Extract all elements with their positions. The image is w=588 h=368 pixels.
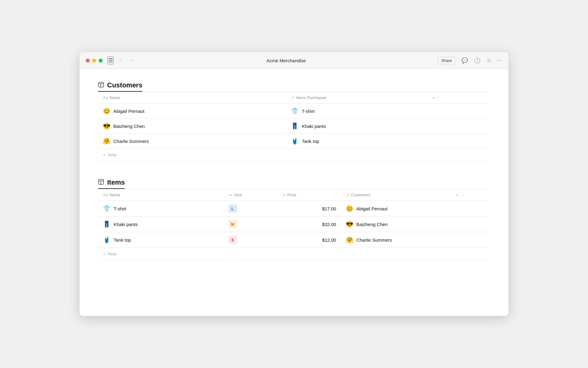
customer-avatar: 😎 [346,220,353,228]
items-customers-col: ↗ Customers [341,189,451,201]
customer-extra-cell [427,104,490,119]
items-add-row-plus-icon: + [103,251,105,256]
item-size-cell[interactable]: M [224,217,278,232]
item-name-cell[interactable]: 🩱 Tank top [98,232,224,248]
item-name: T-shirt [302,109,315,114]
item-customer-cell[interactable]: 😊 Abigail Pernaut [341,201,451,217]
items-add-col[interactable]: + ··· [451,189,490,201]
star-icon[interactable]: ☆ [486,57,492,64]
customer-name: Baizheng Chen [113,124,145,129]
items-row: 👕 T-shirt L $17.00 😊 Abigail Pernaut [98,201,490,217]
customer-avatar: 🤗 [103,137,110,145]
customers-relation-icon: ↗ [346,193,349,197]
name-type-icon: Aa [103,95,108,100]
items-new-label: New [108,251,116,256]
item-price-cell[interactable]: $32.00 [278,217,341,232]
item-emoji: 👖 [103,220,111,228]
item-name: Khaki pants [114,222,138,227]
size-badge: M [228,220,237,228]
maximize-button[interactable] [99,59,103,63]
customer-avatar: 😎 [103,122,110,130]
add-row-plus-icon: + [103,152,105,157]
items-add-row[interactable]: + New [98,248,490,260]
customer-name-cell[interactable]: 😎 Baizheng Chen [98,119,286,134]
items-header-row: Aa Name ≔ Size # [98,189,490,201]
close-button[interactable] [86,59,90,63]
item-name-cell[interactable]: 👖 Khaki pants [98,217,224,232]
minimize-button[interactable] [92,59,96,63]
items-size-col: ≔ Size [224,189,278,201]
item-price-cell[interactable]: $17.00 [278,201,341,217]
item-name: Khaki pants [302,124,326,129]
item-price-cell[interactable]: $12.00 [278,232,341,248]
customers-section-header: Customers [98,81,142,92]
history-icon[interactable]: 🕐 [473,57,481,64]
customer-name: Abigail Pernaut [356,206,388,211]
customers-section: Customers Aa Name ↗ [98,81,490,161]
customers-add-col[interactable]: + ··· [427,92,490,104]
items-row: 🩱 Tank top S $12.00 🤗 Charlie Summers [98,232,490,248]
items-add-column-button[interactable]: + [456,192,458,197]
customer-name-cell[interactable]: 🤗 Charlie Summers [98,134,286,149]
item-name: T-shirt [114,206,126,211]
customers-row: 😎 Baizheng Chen 👖 Khaki pants [98,119,490,134]
items-more-columns-button[interactable]: ··· [462,192,466,197]
comment-icon[interactable]: 💬 [461,57,469,64]
item-name: Tank top [114,237,131,243]
customer-item-cell[interactable]: 🩱 Tank top [286,134,427,149]
item-name-cell[interactable]: 👕 T-shirt [98,201,224,217]
customer-avatar: 😊 [103,107,110,115]
customers-header-row: Aa Name ↗ Items Purchased [98,92,490,104]
titlebar: ☰ ← → Acme Merchandise Share 💬 🕐 ☆ ··· [80,52,508,69]
menu-icon[interactable]: ☰ [107,56,114,64]
customers-row: 🤗 Charlie Summers 🩱 Tank top [98,134,490,149]
items-relation-icon: ↗ [291,95,294,100]
item-price: $12.00 [322,237,336,243]
customer-extra-cell [427,134,490,149]
item-emoji: 👕 [103,205,111,212]
more-icon[interactable]: ··· [497,57,502,64]
item-extra-cell [451,232,490,248]
price-type-icon: # [283,193,285,197]
items-name-col: Aa Name [98,189,224,201]
customers-title: Customers [107,81,142,89]
item-size-cell[interactable]: S [224,232,278,248]
forward-button[interactable]: → [127,57,135,64]
items-name-type-icon: Aa [103,193,108,197]
window-title: Acme Merchandise [139,58,434,63]
share-button[interactable]: Share [437,57,456,64]
item-extra-cell [451,201,490,217]
more-columns-button[interactable]: ··· [438,95,442,100]
customer-avatar: 😊 [346,205,353,212]
customers-name-col: Aa Name [98,92,286,104]
customer-item-cell[interactable]: 👕 T-shirt [286,104,427,119]
item-emoji: 🩱 [291,137,299,145]
back-button[interactable]: ← [117,57,125,64]
items-section-header: Items [98,178,125,189]
main-content: Customers Aa Name ↗ [80,69,508,316]
item-price: $32.00 [322,222,336,227]
customer-extra-cell [427,119,490,134]
customer-avatar: 🤗 [346,236,353,243]
add-column-button[interactable]: + [432,95,435,100]
customer-name-cell[interactable]: 😊 Abigail Pernaut [98,104,286,119]
svg-rect-3 [99,179,104,184]
customers-new-label: New [108,152,116,157]
items-table: Aa Name ≔ Size # [98,189,490,248]
item-customer-cell[interactable]: 🤗 Charlie Summers [341,232,451,248]
item-name: Tank top [302,139,319,144]
traffic-lights [86,59,103,63]
items-price-col: # Price [278,189,341,201]
customers-add-row[interactable]: + New [98,149,490,161]
items-table-icon [98,179,104,186]
customer-name: Baizheng Chen [356,222,388,227]
customers-items-col: ↗ Items Purchased [286,92,427,104]
item-emoji: 👖 [291,122,299,130]
customer-item-cell[interactable]: 👖 Khaki pants [286,119,427,134]
customers-table: Aa Name ↗ Items Purchased [98,92,490,149]
item-size-cell[interactable]: L [224,201,278,217]
size-badge: L [228,205,237,213]
size-badge: S [228,236,237,244]
item-customer-cell[interactable]: 😎 Baizheng Chen [341,217,451,232]
items-title: Items [107,178,125,186]
